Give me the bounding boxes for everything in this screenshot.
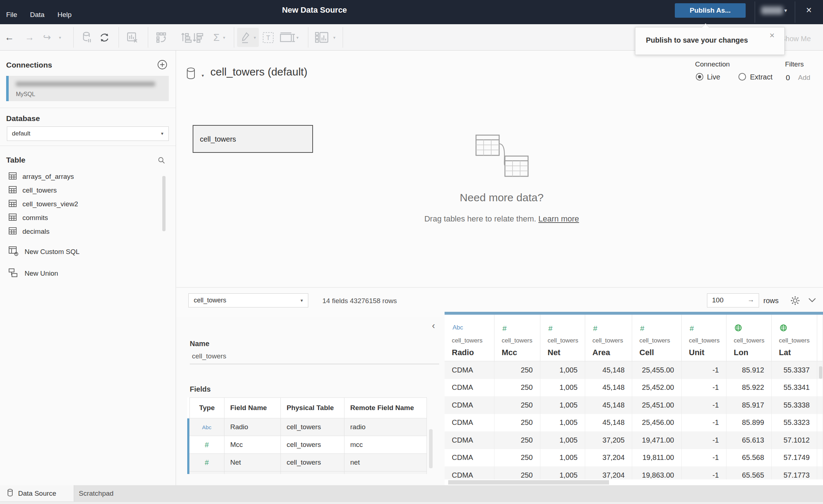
field-row-partial[interactable] [187, 471, 427, 474]
sidebar-table-item-cell_towers_view2[interactable]: cell_towers_view2 [0, 197, 159, 211]
grid-horizontal-scrollbar-thumb[interactable] [448, 480, 609, 484]
replay-caret-icon[interactable]: ▾ [57, 24, 63, 51]
column-name-label: Net [548, 348, 560, 357]
new-datasource-icon[interactable] [79, 24, 95, 51]
window-close-icon[interactable]: × [806, 5, 812, 16]
grid-row-5: CDMA2501,00537,20519,471.00-165.61357.10… [445, 431, 823, 449]
sidebar-table-item-decimals[interactable]: decimals [0, 225, 159, 238]
live-radio-label[interactable]: Live [707, 73, 720, 81]
table-header: Table [6, 156, 25, 164]
sidebar-divider [0, 108, 176, 108]
field-row-Radio[interactable]: AbcRadiocell_towersradio [187, 418, 427, 436]
grid-vertical-scrollbar-thumb[interactable] [819, 366, 822, 379]
sidebar-table-item-cell_towers[interactable]: cell_towers [0, 184, 159, 197]
datasource-cylinder-icon[interactable] [186, 67, 196, 82]
live-radio[interactable] [696, 73, 703, 81]
grid-cell: 250 [494, 449, 540, 467]
grid-cell: 55.3323 [772, 414, 817, 432]
connection-item-mysql[interactable]: MySQL [6, 76, 169, 101]
grid-cell: 37,204 [585, 449, 632, 467]
number-type-icon: # [502, 324, 507, 332]
fields-table: Type Field Name Physical Table Remote Fi… [187, 397, 427, 474]
menu-data[interactable]: Data [30, 11, 44, 19]
learn-more-link[interactable]: Learn more [539, 214, 579, 223]
grid-column-header-Lon[interactable]: cell_towersLon [726, 315, 772, 361]
user-menu-caret-icon[interactable]: ▾ [784, 7, 787, 14]
sidebar-table-item-commits[interactable]: commits [0, 211, 159, 225]
totals-sigma-icon[interactable]: Σ [210, 24, 223, 51]
clear-sheet-icon[interactable] [124, 24, 141, 51]
menu-file[interactable]: File [6, 11, 17, 19]
show-hide-cards-icon[interactable] [312, 24, 331, 51]
grid-cell: 19,811.00 [632, 449, 682, 467]
sort-descending-icon[interactable] [189, 24, 206, 51]
new-custom-sql-button[interactable]: New Custom SQL [0, 246, 159, 258]
column-name-label: Cell [639, 348, 654, 357]
show-me-button[interactable]: Show Me [781, 35, 811, 43]
column-table-label: cell_towers [452, 337, 483, 344]
grid-column-header-Mcc[interactable]: #cell_towersMcc [494, 315, 540, 361]
fields-col-type: Type [189, 397, 224, 418]
relate-tables-illustration [475, 134, 529, 179]
extract-radio[interactable] [738, 73, 746, 81]
grid-cell: 55.3338 [772, 396, 817, 414]
field-row-Mcc[interactable]: #Mcccell_towersmcc [187, 436, 427, 454]
field-row-Net[interactable]: #Netcell_towersnet [187, 454, 427, 471]
table-grid-icon [8, 199, 17, 209]
undo-icon[interactable]: ← [1, 24, 18, 51]
database-select[interactable]: default ▾ [7, 126, 169, 141]
datasource-caret-icon[interactable]: ▾ [202, 73, 204, 78]
new-custom-sql-label: New Custom SQL [25, 248, 80, 256]
table-search-icon[interactable] [158, 156, 166, 166]
totals-caret-icon[interactable]: ▾ [221, 24, 227, 51]
replay-icon[interactable]: ↪ [38, 24, 56, 51]
highlight-caret-icon[interactable]: ▾ [252, 24, 257, 51]
grid-column-header-Unit[interactable]: #cell_towersUnit [682, 315, 726, 361]
fit-width-icon[interactable] [279, 24, 296, 51]
grid-column-header-Radio[interactable]: Abccell_towersRadio [445, 315, 494, 361]
tab-scratchpad[interactable]: Scratchpad [74, 485, 152, 501]
collapse-preview-chevron-icon[interactable] [808, 298, 816, 304]
grid-cell: CDMA [445, 396, 494, 414]
collapse-panel-icon[interactable]: ‹ [432, 320, 435, 331]
grid-horizontal-scrollbar[interactable] [445, 479, 823, 485]
grid-column-header-Area[interactable]: #cell_towersArea [585, 315, 632, 361]
grid-cell: -1 [682, 361, 726, 379]
row-limit-input[interactable]: 100 → [707, 293, 759, 307]
preview-table-select[interactable]: cell_towers ▾ [188, 293, 308, 307]
menu-help[interactable]: Help [57, 11, 72, 19]
grid-top-accent-bar [445, 312, 823, 315]
page-title: New Data Source [253, 5, 376, 15]
table-list-scrollbar[interactable] [162, 176, 166, 231]
grid-column-header-Net[interactable]: #cell_towersNet [540, 315, 585, 361]
name-input[interactable]: cell_towers [192, 352, 226, 360]
refresh-icon[interactable] [96, 24, 113, 51]
new-union-button[interactable]: New Union [0, 267, 159, 280]
logical-table-node[interactable]: cell_towers [193, 125, 313, 153]
grid-column-header-Cell[interactable]: #cell_towersCell [632, 315, 682, 361]
column-name-label: Unit [689, 348, 704, 357]
add-connection-icon[interactable] [157, 59, 168, 72]
grid-cell-clipped [817, 396, 823, 414]
fields-table-scrollbar[interactable] [429, 429, 433, 468]
tab-data-source[interactable]: Data Source [0, 485, 74, 501]
redo-icon[interactable]: → [21, 24, 38, 51]
name-label: Name [190, 340, 209, 348]
preview-settings-gear-icon[interactable] [790, 296, 800, 307]
cards-caret-icon[interactable]: ▾ [332, 24, 337, 51]
tooltip-close-icon[interactable]: × [770, 30, 775, 40]
grid-cell: 19,471.00 [632, 431, 682, 449]
publish-as-button[interactable]: Publish As... [675, 3, 746, 18]
user-account-chip[interactable] [761, 7, 783, 14]
apply-row-limit-icon[interactable]: → [747, 296, 754, 304]
grid-column-header-Lat[interactable]: cell_towersLat [772, 315, 817, 361]
grid-cell: CDMA [445, 379, 494, 397]
sidebar-table-item-arrays_of_arrays[interactable]: arrays_of_arrays [0, 170, 159, 184]
fit-caret-icon[interactable]: ▾ [295, 24, 300, 51]
number-type-icon: # [640, 324, 644, 332]
swap-rows-columns-icon[interactable] [153, 24, 170, 51]
text-label-icon[interactable]: T [261, 24, 275, 51]
highlight-pen-icon[interactable] [239, 24, 253, 51]
extract-radio-label[interactable]: Extract [750, 73, 772, 81]
filters-add-link[interactable]: Add [798, 74, 810, 82]
